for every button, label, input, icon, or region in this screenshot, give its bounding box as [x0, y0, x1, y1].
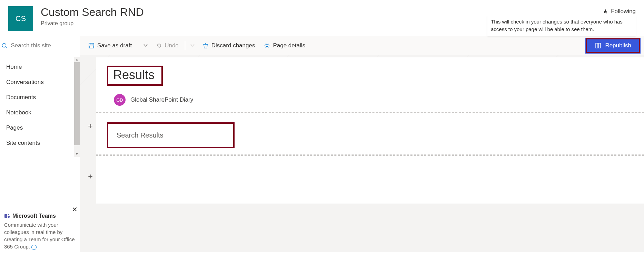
- republish-button[interactable]: Republish: [586, 38, 640, 53]
- search-results-label: Search Results: [117, 131, 225, 139]
- nav-list: Home Conversations Documents Notebook Pa…: [0, 55, 80, 151]
- blank-band: [96, 190, 644, 204]
- nav-scroll: Home Conversations Documents Notebook Pa…: [0, 55, 80, 209]
- canvas: ＋ ＋ Results GD Global SharePoint Diary: [80, 55, 644, 252]
- results-highlight-box: Results: [107, 66, 163, 86]
- undo-dropdown[interactable]: [188, 41, 197, 51]
- command-bar: Save as draft Undo Discard changes Page …: [80, 36, 644, 55]
- teams-body-text: Communicate with your colleagues in real…: [4, 222, 75, 250]
- scroll-thumb[interactable]: [74, 62, 80, 145]
- main-column: Save as draft Undo Discard changes Page …: [80, 36, 644, 252]
- teams-title-row: Microsoft Teams: [4, 213, 76, 219]
- info-icon[interactable]: i: [31, 245, 37, 250]
- svg-point-3: [8, 214, 9, 215]
- svg-point-0: [2, 43, 6, 47]
- empty-section[interactable]: [96, 155, 644, 176]
- add-section-rail: ＋ ＋: [83, 55, 96, 252]
- search-input[interactable]: [11, 42, 76, 49]
- search-results-section[interactable]: Search Results: [96, 112, 644, 155]
- svg-rect-9: [596, 43, 598, 48]
- book-icon: [595, 42, 602, 49]
- save-icon: [88, 43, 95, 49]
- nav-item-conversations[interactable]: Conversations: [0, 75, 80, 90]
- teams-title: Microsoft Teams: [12, 213, 56, 219]
- page-card: Results GD Global SharePoint Diary Searc…: [96, 57, 644, 204]
- pagedetails-label: Page details: [273, 42, 305, 49]
- undo-label: Undo: [165, 42, 179, 49]
- nav-item-documents[interactable]: Documents: [0, 90, 80, 105]
- republish-tooltip-text: This will check in your changes so that …: [491, 19, 623, 32]
- page-details-button[interactable]: Page details: [260, 40, 309, 51]
- add-section-button[interactable]: ＋: [86, 171, 95, 181]
- close-icon[interactable]: ✕: [72, 205, 78, 214]
- title-section[interactable]: Results GD Global SharePoint Diary: [96, 57, 644, 112]
- undo-button[interactable]: Undo: [152, 40, 182, 51]
- republish-label: Republish: [605, 42, 631, 49]
- discard-label: Discard changes: [211, 42, 255, 49]
- following-button[interactable]: ★ Following: [603, 6, 636, 15]
- svg-rect-6: [90, 43, 92, 45]
- nav-item-pages[interactable]: Pages: [0, 120, 80, 135]
- svg-rect-10: [598, 43, 601, 48]
- teams-icon: [4, 213, 10, 219]
- left-sidebar: Home Conversations Documents Notebook Pa…: [0, 36, 80, 252]
- svg-rect-7: [90, 46, 93, 48]
- page-title[interactable]: Results: [113, 68, 155, 82]
- site-logo-initials: CS: [16, 14, 26, 23]
- search-row[interactable]: [0, 36, 80, 55]
- nav-item-home[interactable]: Home: [0, 59, 80, 75]
- gear-icon: [264, 43, 270, 49]
- site-titleblock: Custom Search RND Private group: [41, 6, 144, 27]
- nav-scrollbar[interactable]: ▲ ▼: [74, 57, 80, 157]
- save-as-draft-button[interactable]: Save as draft: [85, 40, 135, 51]
- teams-callout: ✕ Microsoft Teams Communicate with your …: [0, 209, 80, 252]
- republish-tooltip: This will check in your changes so that …: [487, 15, 636, 36]
- svg-line-1: [6, 47, 7, 48]
- site-logo: CS: [8, 6, 33, 31]
- nav-item-notebook[interactable]: Notebook: [0, 105, 80, 120]
- discard-icon: [202, 43, 209, 49]
- site-title: Custom Search RND: [41, 6, 144, 18]
- svg-point-8: [266, 45, 268, 47]
- scroll-up-icon[interactable]: ▲: [74, 57, 80, 62]
- teams-body: Communicate with your colleagues in real…: [4, 221, 76, 250]
- add-section-button[interactable]: ＋: [86, 121, 95, 131]
- nav-item-sitecontents[interactable]: Site contents: [0, 135, 80, 151]
- scroll-down-icon[interactable]: ▼: [74, 151, 80, 157]
- following-label: Following: [611, 8, 636, 15]
- avatar[interactable]: GD: [114, 94, 126, 106]
- search-icon: [1, 42, 7, 49]
- separator: [138, 41, 138, 50]
- svg-rect-2: [4, 214, 7, 218]
- site-header: CS Custom Search RND Private group ★ Fol…: [0, 0, 644, 36]
- separator: [185, 41, 185, 50]
- site-subtitle: Private group: [41, 20, 144, 27]
- author-row: GD Global SharePoint Diary: [114, 94, 627, 106]
- chevron-down-icon: [190, 43, 195, 48]
- author-name[interactable]: Global SharePoint Diary: [130, 96, 193, 103]
- chevron-down-icon: [143, 43, 148, 48]
- avatar-initials: GD: [116, 97, 123, 103]
- save-label: Save as draft: [97, 42, 132, 49]
- save-dropdown[interactable]: [141, 41, 150, 51]
- undo-icon: [156, 43, 162, 49]
- star-icon: ★: [603, 8, 608, 15]
- search-results-highlight-box: Search Results: [107, 122, 235, 148]
- discard-changes-button[interactable]: Discard changes: [199, 40, 259, 51]
- svg-rect-4: [8, 216, 10, 218]
